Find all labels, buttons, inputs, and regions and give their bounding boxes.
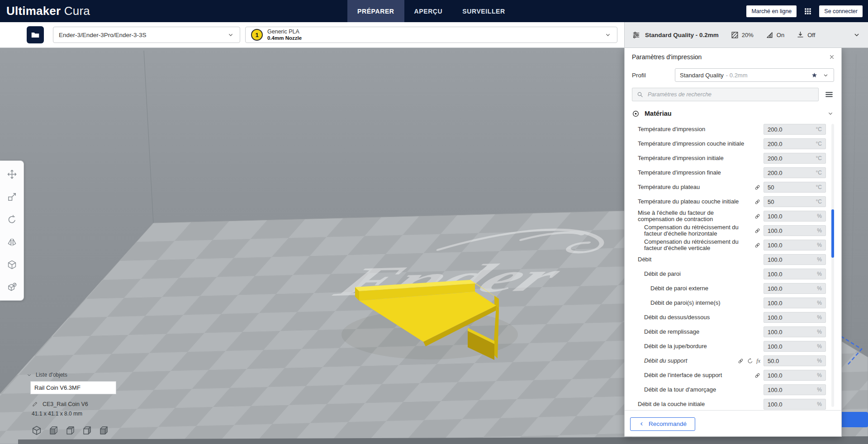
setting-value-field[interactable]: 100.0%: [764, 269, 826, 279]
topbar-right: Marché en ligne Se connecter: [746, 0, 863, 22]
setting-value-field[interactable]: 200.0°C: [764, 167, 826, 178]
object-list-item[interactable]: CE3_Rail Coin V6: [32, 401, 88, 407]
revert-icon[interactable]: [747, 358, 754, 364]
scale-tool-button[interactable]: [0, 185, 24, 208]
rotate-tool-button[interactable]: [0, 208, 24, 231]
extruder-number: 1: [255, 32, 258, 38]
object-list-header[interactable]: Liste d'objets: [26, 372, 67, 378]
setting-value-field[interactable]: 100.0%: [764, 312, 826, 323]
setting-value-field[interactable]: 100.0%: [764, 298, 826, 308]
folder-icon: [30, 30, 40, 40]
profile-dropdown[interactable]: Standard Quality - 0.2mm: [675, 68, 834, 82]
link-icon[interactable]: [754, 372, 761, 379]
view-front-button[interactable]: [47, 425, 59, 437]
star-icon[interactable]: [811, 72, 818, 79]
link-icon[interactable]: [754, 184, 761, 191]
apps-grid-icon[interactable]: [803, 7, 812, 16]
setting-value-field[interactable]: 100.0%: [764, 240, 826, 250]
setting-row[interactable]: Débit100.0%: [625, 252, 841, 267]
link-icon[interactable]: [737, 358, 744, 364]
setting-row[interactable]: Température du plateau50°C: [625, 180, 841, 194]
setting-row[interactable]: Mise à l'échelle du facteur de compensat…: [625, 209, 841, 223]
setting-row[interactable]: Débit de paroi(s) interne(s)100.0%: [625, 296, 841, 310]
print-settings-summary[interactable]: Standard Quality - 0.2mm 20% On Off: [624, 22, 868, 47]
setting-row[interactable]: Débit du supportfx50.0%: [625, 354, 841, 368]
function-icon[interactable]: fx: [756, 358, 760, 364]
setting-row[interactable]: Débit de l'interface de support100.0%: [625, 368, 841, 383]
setting-row[interactable]: Débit de paroi100.0%: [625, 267, 841, 281]
settings-search-box[interactable]: [632, 88, 819, 101]
link-icon[interactable]: [754, 242, 761, 249]
settings-search-input[interactable]: [647, 91, 814, 98]
object-name-input[interactable]: [30, 381, 116, 394]
settings-scrollbar[interactable]: [831, 209, 834, 258]
setting-row[interactable]: Température d'impression initiale200.0°C: [625, 151, 841, 165]
setting-value-field[interactable]: 200.0°C: [764, 124, 826, 135]
scale-icon: [7, 192, 17, 202]
pencil-icon: [32, 401, 38, 407]
view-right-button[interactable]: [98, 425, 109, 437]
view-3d-icon: [31, 425, 42, 436]
setting-value-field[interactable]: 100.0%: [764, 370, 826, 381]
setting-row[interactable]: Débit de paroi externe100.0%: [625, 281, 841, 296]
category-title: Matériau: [645, 110, 672, 117]
printer-selector[interactable]: Ender-3/Ender-3Pro/Ender-3-3S: [53, 27, 240, 43]
view-left-button[interactable]: [81, 425, 93, 437]
sliders-icon: [632, 31, 640, 39]
search-row: [625, 84, 841, 105]
material-selector[interactable]: 1 Generic PLA 0.4mm Nozzle: [245, 27, 617, 43]
setting-value-field[interactable]: 100.0%: [764, 326, 826, 337]
setting-value-field[interactable]: 100.0%: [764, 384, 826, 395]
profile-value: Standard Quality: [680, 72, 724, 79]
setting-value-field[interactable]: 200.0°C: [764, 153, 826, 164]
panel-close-button[interactable]: [826, 52, 838, 63]
setting-row[interactable]: Débit de remplissage100.0%: [625, 325, 841, 339]
setting-row[interactable]: Température d'impression finale200.0°C: [625, 165, 841, 180]
settings-menu-icon[interactable]: [824, 90, 834, 99]
setting-row[interactable]: Débit de la couche initiale100.0%: [625, 397, 841, 410]
setting-value-field[interactable]: 50°C: [764, 196, 826, 207]
setting-value-field[interactable]: 100.0%: [764, 254, 826, 265]
setting-value-field[interactable]: 200.0°C: [764, 138, 826, 149]
setting-row[interactable]: Compensation du rétrécissement du facteu…: [625, 223, 841, 238]
setting-value-field[interactable]: 100.0%: [764, 283, 826, 294]
setting-row[interactable]: Débit de la tour d'amorçage100.0%: [625, 383, 841, 397]
setting-value-field[interactable]: 50.0%: [764, 355, 826, 366]
move-tool-button[interactable]: [0, 163, 24, 185]
view-left-icon: [81, 425, 92, 436]
setting-row[interactable]: Température d'impression couche initiale…: [625, 137, 841, 151]
profile-summary: Standard Quality - 0.2mm: [645, 32, 719, 38]
link-icon[interactable]: [754, 227, 761, 234]
panel-title: Paramètres d'impression: [632, 53, 702, 61]
marketplace-button[interactable]: Marché en ligne: [746, 5, 797, 17]
link-icon[interactable]: [754, 198, 761, 205]
category-material[interactable]: Matériau: [625, 105, 841, 122]
setting-value-field[interactable]: 50°C: [764, 182, 826, 193]
link-icon[interactable]: [754, 213, 761, 220]
tab-preparer[interactable]: PRÉPARER: [347, 0, 404, 22]
support-blocker-button[interactable]: [0, 276, 24, 298]
recommended-mode-button[interactable]: Recommandé: [630, 417, 695, 431]
sign-in-button[interactable]: Se connecter: [819, 5, 863, 17]
setting-row[interactable]: Température d'impression200.0°C: [625, 122, 841, 137]
tab-apercu[interactable]: APERÇU: [404, 0, 453, 22]
tab-surveiller[interactable]: SURVEILLER: [452, 0, 515, 22]
mirror-icon: [7, 237, 17, 247]
chevron-down-icon: [827, 110, 834, 117]
setting-value-field[interactable]: 100.0%: [764, 225, 826, 236]
setting-row[interactable]: Débit du dessus/dessous100.0%: [625, 310, 841, 325]
view-3d-button[interactable]: [31, 425, 43, 437]
mirror-tool-button[interactable]: [0, 231, 24, 253]
extruder-badge: 1: [251, 29, 263, 41]
setting-row[interactable]: Température du plateau couche initiale50…: [625, 194, 841, 209]
setting-row[interactable]: Débit de la jupe/bordure100.0%: [625, 339, 841, 354]
setting-value-field[interactable]: 100.0%: [764, 399, 826, 410]
setting-value-field[interactable]: 100.0%: [764, 341, 826, 352]
setting-value-field[interactable]: 100.0%: [764, 211, 826, 222]
nozzle-size: 0.4mm Nozzle: [267, 35, 302, 42]
per-model-settings-button[interactable]: [0, 253, 24, 276]
close-icon: [828, 53, 835, 61]
view-top-button[interactable]: [64, 425, 76, 437]
setting-row[interactable]: Compensation du rétrécissement du facteu…: [625, 238, 841, 252]
open-file-button[interactable]: [27, 26, 44, 43]
